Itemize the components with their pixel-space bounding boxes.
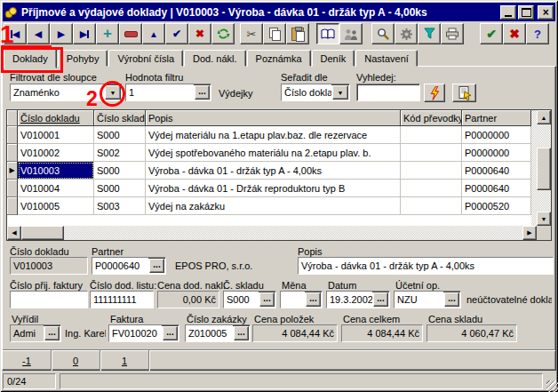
- grid-cell[interactable]: Výroba - dávka 01 - držák typ A - 4,00ks: [146, 162, 401, 180]
- vertical-scrollbar[interactable]: ▲ ▼: [537, 110, 551, 226]
- scroll-up-button[interactable]: ▲: [537, 110, 551, 124]
- ellipsis-button[interactable]: ...: [259, 292, 275, 307]
- last-record-button[interactable]: ▶: [73, 23, 96, 44]
- grid-column-header[interactable]: Číslo dokladu: [18, 110, 94, 126]
- vertical-scroll-thumb[interactable]: [537, 148, 551, 190]
- ok-button[interactable]: ✔: [480, 23, 503, 44]
- mena-field[interactable]: ...: [280, 291, 323, 308]
- add-record-button[interactable]: +: [96, 23, 119, 44]
- grid-cell[interactable]: V010005: [18, 197, 94, 215]
- pager-zero-button[interactable]: 0: [52, 350, 100, 371]
- sort-combobox[interactable]: Číslo dokla ▼: [281, 84, 350, 101]
- scroll-left-button[interactable]: ◀: [7, 226, 21, 240]
- cut-button[interactable]: ✂: [240, 23, 263, 44]
- ellipsis-button[interactable]: ...: [163, 326, 178, 340]
- tab-vyrobni-cisla[interactable]: Výrobní čísla: [108, 50, 183, 67]
- grid-cell[interactable]: V010004: [18, 180, 94, 197]
- paste-button[interactable]: [286, 23, 309, 44]
- grid-cell[interactable]: [401, 162, 462, 180]
- confirm-record-button[interactable]: ✔: [165, 23, 188, 44]
- ellipsis-button[interactable]: ...: [234, 326, 249, 340]
- grid-cell[interactable]: [401, 180, 462, 197]
- tab-pohyby[interactable]: Pohyby: [58, 50, 108, 67]
- cancel-record-button[interactable]: ✖: [188, 23, 211, 44]
- refresh-button[interactable]: [211, 23, 235, 44]
- first-record-button[interactable]: ◀: [4, 23, 27, 44]
- grid-cell[interactable]: P0000520: [462, 197, 531, 215]
- scroll-down-button[interactable]: ▼: [537, 212, 551, 226]
- delete-record-button[interactable]: [119, 23, 142, 44]
- next-record-button[interactable]: ▶: [50, 23, 73, 44]
- grid-cell[interactable]: S003: [94, 197, 146, 215]
- tab-nastaveni[interactable]: Nastavení: [355, 50, 418, 67]
- grid-cell[interactable]: V010002: [18, 144, 94, 162]
- tab-dod-nakl[interactable]: Dod. nákl.: [184, 50, 246, 67]
- edit-record-button[interactable]: ▲: [142, 23, 165, 44]
- grid-cell[interactable]: Výdej spotřebovaného materiálu na 2.etap…: [146, 144, 401, 162]
- grid-cell[interactable]: S002: [94, 144, 146, 162]
- filter-column-combobox[interactable]: Znaménko ▼: [10, 84, 123, 101]
- print-button[interactable]: [441, 23, 464, 44]
- dropdown-button[interactable]: ▼: [332, 85, 348, 100]
- grid-cell[interactable]: S000: [94, 126, 146, 144]
- tab-doklady[interactable]: Doklady: [4, 48, 57, 68]
- tab-poznamka[interactable]: Poznámka: [247, 50, 311, 67]
- grid-cell[interactable]: [401, 144, 462, 162]
- grid-cell[interactable]: Výroba - dávka 01 - Držák reproduktoru t…: [146, 180, 401, 197]
- pager-one-button[interactable]: 1: [100, 350, 149, 371]
- search-execute-button[interactable]: [424, 84, 445, 102]
- settings-button[interactable]: [395, 23, 418, 44]
- partner-field[interactable]: P0000640 ...: [92, 257, 166, 275]
- datum-field[interactable]: 19.3.2002 ...: [326, 291, 390, 308]
- pager-minus1-button[interactable]: -1: [3, 350, 52, 371]
- prij-faktura-field[interactable]: [10, 291, 88, 308]
- partners-button[interactable]: [339, 23, 363, 44]
- ucetni-field[interactable]: NZU ...: [394, 291, 461, 308]
- filter-value-field[interactable]: 1 ...: [125, 84, 211, 101]
- close-button[interactable]: ×: [538, 5, 554, 20]
- grid-cell[interactable]: P0000640: [462, 180, 531, 197]
- grid-cell[interactable]: S000: [94, 180, 146, 197]
- help-button[interactable]: ?: [526, 23, 549, 44]
- grid-cell[interactable]: V010001: [18, 126, 94, 144]
- search-input[interactable]: [356, 84, 420, 101]
- ellipsis-button[interactable]: ...: [44, 326, 60, 340]
- ellipsis-button[interactable]: ...: [373, 292, 388, 307]
- discard-button[interactable]: ✖: [503, 23, 526, 44]
- resize-grip[interactable]: [546, 380, 558, 392]
- popis-field[interactable]: Výroba - dávka 01 - držák typ A - 4,00ks: [298, 257, 554, 275]
- grid-column-header[interactable]: Partner: [462, 110, 531, 126]
- filter-button[interactable]: [418, 23, 441, 44]
- grid-cell[interactable]: Výdej na zakázku: [146, 197, 401, 215]
- previous-record-button[interactable]: ◀: [27, 23, 50, 44]
- horizontal-scroll-thumb[interactable]: [21, 226, 64, 240]
- dod-list-field[interactable]: 111111111: [90, 291, 154, 308]
- faktura-field[interactable]: FV010020 ...: [108, 324, 179, 342]
- documents-book-button[interactable]: [316, 23, 339, 44]
- ellipsis-button[interactable]: ...: [444, 292, 459, 307]
- grid-cell[interactable]: Výdej materiálu na 1.etapu plav.baz. dle…: [146, 126, 401, 144]
- locate-record-button[interactable]: [452, 84, 476, 102]
- search-button[interactable]: [371, 23, 395, 44]
- grid-cell-selected[interactable]: V010003: [18, 162, 94, 180]
- minimize-button[interactable]: [500, 5, 516, 20]
- ellipsis-button[interactable]: ...: [149, 259, 164, 273]
- cislo-dokladu-field[interactable]: V010003: [10, 257, 88, 275]
- copy-button[interactable]: [263, 23, 286, 44]
- zakazka-field[interactable]: Z010005 ...: [185, 324, 251, 342]
- grid-cell[interactable]: P0000000: [462, 144, 531, 162]
- ellipsis-button[interactable]: ...: [195, 85, 210, 100]
- grid-cell[interactable]: P0000000: [462, 126, 531, 144]
- sklad-field[interactable]: S000 ...: [223, 291, 276, 308]
- grid-cell[interactable]: [401, 126, 462, 144]
- ellipsis-button[interactable]: ...: [306, 292, 321, 307]
- vyridil-field[interactable]: Admi ...: [10, 324, 61, 342]
- grid-cell[interactable]: [401, 197, 462, 215]
- grid-column-header[interactable]: Číslo skladu: [94, 110, 146, 126]
- grid-cell[interactable]: S000: [94, 162, 146, 180]
- grid-cell[interactable]: P0000640: [462, 162, 531, 180]
- horizontal-scrollbar[interactable]: ◀ ▶: [7, 226, 537, 240]
- dropdown-button[interactable]: ▼: [105, 85, 121, 100]
- grid-column-header[interactable]: Kód převodky: [401, 110, 462, 126]
- maximize-button[interactable]: [518, 5, 534, 20]
